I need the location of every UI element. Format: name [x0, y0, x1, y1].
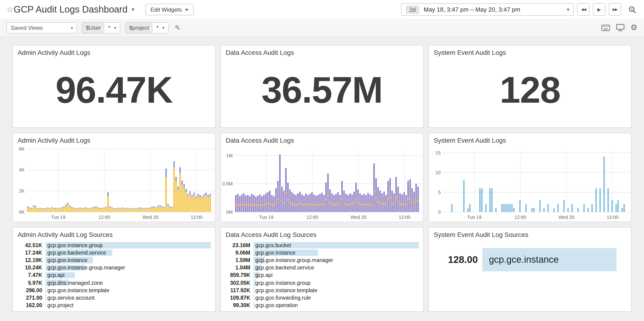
favorite-star-icon[interactable]: ☆	[6, 6, 14, 14]
svg-text:12:00: 12:00	[606, 214, 618, 219]
toplist-row[interactable]: 5.97Kgcp.dns.managed.zone	[17, 279, 211, 286]
toplist-label: gcp.gce.instance.group.manager	[255, 257, 333, 263]
svg-text:12:00: 12:00	[306, 214, 318, 219]
query-value-widget-data-access: Data Access Audit Logs 36.57M	[220, 45, 424, 128]
timeseries-widget-system-event: System Event Audit Logs Tue 1912:00Wed 2…	[428, 133, 632, 222]
toplist-label: gcp.gce.backend.service	[47, 250, 106, 255]
system-event-bar-chart[interactable]: Tue 1912:00Wed 2012:00051015	[429, 146, 631, 222]
toplist: 23.16Mgcp.gcs.bucket9.06Mgcp.gce.instanc…	[221, 240, 423, 312]
widget-title: Admin Activity Audit Log Sources	[13, 228, 215, 240]
template-variable-user[interactable]: $User * ▾	[82, 22, 120, 33]
toplist-value: 7.47K	[17, 272, 42, 278]
edit-widgets-button[interactable]: Edit Widgets +	[145, 4, 194, 15]
toplist-row[interactable]: 42.51Kgcp.gce.instance.group	[17, 241, 211, 249]
toplist-bar	[46, 294, 47, 301]
toplist-label: gcp.gce.instance.template	[255, 287, 317, 293]
admin-activity-bar-chart[interactable]: Tue 1912:00Wed 2012:000K2K4K6K	[13, 146, 215, 222]
widget-title: System Event Audit Logs	[429, 133, 631, 146]
toplist-row[interactable]: 117.92Kgcp.gce.instance.template	[225, 286, 419, 294]
toplist-bar	[46, 302, 46, 308]
toplist-track: gcp.api	[254, 272, 419, 278]
query-value: 96.47K	[13, 58, 215, 127]
toplist-row[interactable]: 1.04Mgcp.gce.backend.service	[225, 264, 419, 271]
widget-title: System Event Audit Logs	[429, 46, 631, 58]
toplist-label: gcp.gce.operation	[255, 302, 298, 308]
widget-grid: Admin Activity Audit Logs 96.47K Data Ac…	[0, 37, 644, 312]
toplist-row[interactable]: 302.05Kgcp.gce.instance.group	[225, 279, 419, 286]
saved-views-select[interactable]: Saved Views ▾	[6, 22, 77, 33]
svg-text:Tue 19: Tue 19	[467, 214, 482, 219]
play-icon: ▶	[597, 7, 601, 12]
toplist-track: gcp.gce.operation	[254, 302, 419, 308]
keyboard-shortcuts-icon[interactable]	[601, 24, 610, 31]
magnifier-zoom-out-icon	[628, 5, 636, 14]
toplist-row[interactable]: 12.19Kgcp.gce.instance	[17, 256, 211, 264]
filter-toolbar: Saved Views ▾ $User * ▾ $project * ▾ ✎	[0, 19, 644, 37]
template-variable-project[interactable]: $project * ▾	[125, 22, 168, 33]
edit-variables-pencil-icon[interactable]: ✎	[174, 24, 180, 32]
toplist-row[interactable]: 109.87Kgcp.gce.forwarding.rule	[225, 294, 419, 301]
timeseries-widget-admin: Admin Activity Audit Logs Tue 1912:00Wed…	[12, 133, 216, 222]
time-play-button[interactable]: ▶	[593, 3, 606, 16]
time-range-picker[interactable]: 2d May 18, 3:47 pm – May 20, 3:47 pm ▾	[401, 3, 574, 16]
widget-title: Data Access Audit Logs	[221, 46, 423, 58]
svg-text:12:00: 12:00	[98, 214, 110, 219]
svg-text:Tue 19: Tue 19	[51, 214, 66, 219]
toolbar-right-icons: ⚙	[601, 24, 638, 32]
time-range-text: May 18, 3:47 pm – May 20, 3:47 pm	[424, 6, 520, 13]
widget-title: System Event Audit Log Sources	[429, 228, 631, 240]
toplist-row[interactable]: 9.06Mgcp.gce.instance	[225, 249, 419, 256]
dashboard-root: ☆ GCP Audit Logs Dashboard ▾ Edit Widget…	[0, 0, 644, 321]
toplist-row[interactable]: 296.00gcp.gce.instance.template	[17, 286, 211, 294]
toplist-label: gcp.gce.instance.template	[47, 287, 109, 293]
toplist-label: gcp.dns.managed.zone	[47, 280, 103, 285]
toplist-row[interactable]: 17.24Kgcp.gce.backend.service	[17, 249, 211, 256]
toplist-track: gcp.gcs.bucket	[254, 242, 419, 248]
toplist-track: gcp.gce.instance	[254, 250, 419, 256]
widget-title: Data Access Audit Log Sources	[221, 228, 423, 240]
toplist-row[interactable]: 162.00gcp.project	[17, 301, 211, 309]
toplist-row[interactable]: 7.47Kgcp.api	[17, 271, 211, 279]
toplist-value: 271.00	[17, 295, 42, 300]
toplist-value: 12.19K	[17, 257, 42, 263]
toplist-track: gcp.gce.instance.group	[46, 242, 211, 248]
toplist-row[interactable]: 859.79Kgcp.api	[225, 271, 419, 279]
data-access-bar-chart[interactable]: Tue 1912:00Wed 2012:000M0.5M1M	[221, 146, 423, 222]
tv-mode-icon[interactable]	[616, 24, 624, 32]
time-back-button[interactable]: ◀◀	[577, 3, 590, 16]
saved-views-caret-icon: ▾	[71, 25, 73, 30]
toplist-row[interactable]: 99.30Kgcp.gce.operation	[225, 301, 419, 309]
time-forward-button[interactable]: ▶▶	[609, 3, 621, 16]
toplist-row[interactable]: 10.24Kgcp.gce.instance.group.manager	[17, 264, 211, 271]
toplist-row[interactable]: 23.16Mgcp.gcs.bucket	[225, 241, 419, 249]
widget-title: Admin Activity Audit Logs	[13, 46, 215, 58]
toplist: 42.51Kgcp.gce.instance.group17.24Kgcp.gc…	[13, 240, 215, 312]
toplist-track: gcp.gce.instance.group.manager	[46, 264, 211, 271]
toplist-value: 296.00	[17, 287, 42, 293]
time-range-badge: 2d	[406, 5, 420, 14]
header-right-controls: 2d May 18, 3:47 pm – May 20, 3:47 pm ▾ ◀…	[401, 3, 638, 16]
toplist-track: gcp.gce.instance.group	[254, 280, 419, 286]
widget-title: Data Access Audit Logs	[221, 133, 423, 146]
fast-forward-icon: ▶▶	[613, 8, 618, 12]
settings-gear-icon[interactable]: ⚙	[630, 24, 638, 32]
query-value: 36.57M	[221, 58, 423, 127]
toplist-row[interactable]: 128.00gcp.gce.instance	[433, 248, 627, 272]
toplist-label: gcp.gce.instance.group	[255, 280, 310, 285]
toplist-widget-admin-sources: Admin Activity Audit Log Sources 42.51Kg…	[12, 227, 216, 312]
toplist-row[interactable]: 271.00gcp.service.account	[17, 294, 211, 301]
toplist-value: 859.79K	[225, 272, 250, 278]
toplist-track: gcp.gce.backend.service	[46, 250, 211, 256]
variable-name: $project	[125, 23, 152, 33]
toplist-value: 117.92K	[225, 287, 250, 293]
svg-text:Wed 20: Wed 20	[142, 214, 158, 219]
toplist-value: 9.06M	[225, 250, 250, 255]
zoom-out-button[interactable]	[626, 3, 638, 16]
toplist-row[interactable]: 1.59Mgcp.gce.instance.group.manager	[225, 256, 419, 264]
title-chevron-down-icon[interactable]: ▾	[132, 7, 134, 13]
edit-widgets-label: Edit Widgets	[150, 6, 182, 13]
toplist-bar	[46, 287, 47, 293]
svg-text:0K: 0K	[19, 209, 25, 215]
toplist-value: 23.16M	[225, 242, 250, 248]
svg-text:Wed 20: Wed 20	[558, 214, 574, 219]
